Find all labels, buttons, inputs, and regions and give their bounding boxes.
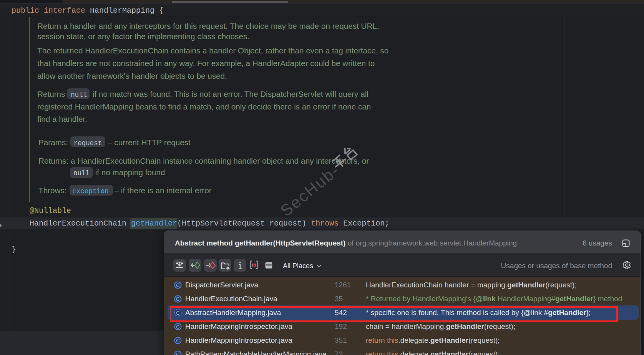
svg-text:C: C — [176, 282, 179, 288]
svg-text:m: m — [252, 262, 257, 268]
svg-text:C: C — [176, 352, 179, 355]
svg-text:C: C — [176, 324, 179, 330]
svg-text:C: C — [176, 338, 179, 343]
svg-text:C: C — [176, 296, 179, 302]
